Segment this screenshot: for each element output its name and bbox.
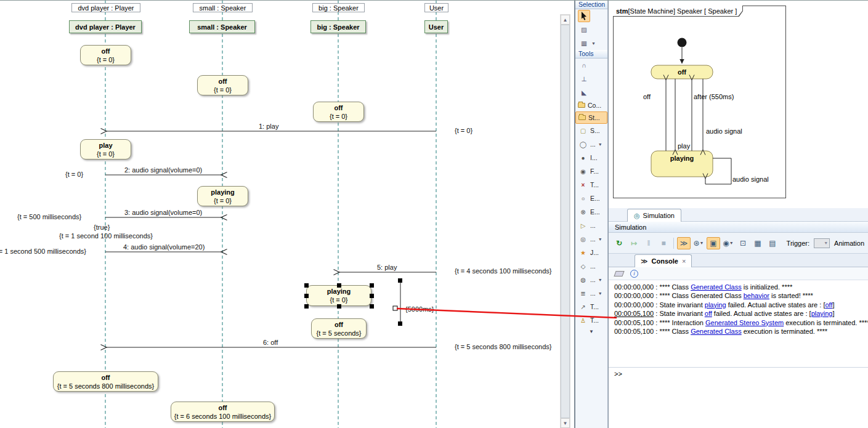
console-link[interactable]: playing	[811, 310, 833, 317]
state-invariant[interactable]: play{t = 0}	[80, 139, 131, 159]
state-invariant[interactable]: off{t = 6 seconds 100 milliseconds}	[171, 402, 275, 422]
selection-cursor-button[interactable]	[578, 10, 590, 22]
palette-section-common[interactable]: Co...	[575, 99, 607, 111]
header-label-user[interactable]: User	[424, 3, 448, 12]
palette-item-initial[interactable]: ●I...	[575, 151, 607, 164]
layout-grid-button[interactable]: ▦	[578, 37, 590, 49]
lifeline-head-dvd-player[interactable]: dvd player : Player	[69, 20, 142, 33]
lock-icon[interactable]: ⊡	[736, 237, 750, 249]
state-invariant[interactable]: off{t = 0}	[313, 102, 364, 122]
palette-item-fork-join[interactable]: ≣...▼	[575, 286, 607, 300]
time-constraint[interactable]: {t = 0}	[65, 171, 83, 178]
console-link[interactable]: Generated Class	[691, 283, 742, 291]
palette-item-transition[interactable]: ↗T...	[575, 300, 607, 313]
duration-constraint-label[interactable]: {5000ms}	[405, 305, 434, 313]
step-icon[interactable]: ↦	[627, 237, 641, 249]
transition-label-audio-signal[interactable]: audio signal	[706, 127, 742, 135]
lifeline-head-big-speaker[interactable]: big : Speaker	[310, 20, 366, 33]
palette-item-choice[interactable]: ◇...	[575, 259, 607, 273]
close-icon[interactable]: ×	[682, 257, 686, 265]
lifeline-head-user[interactable]: User	[424, 20, 448, 33]
message-label[interactable]: 6: off	[263, 339, 278, 346]
state-machine-diagram[interactable]: off playing off after (550ms) audio sign…	[613, 6, 786, 198]
palette-scroll-more-button[interactable]: ▼	[575, 327, 607, 337]
clear-console-icon[interactable]	[614, 271, 624, 277]
message-label[interactable]: 5: play	[377, 264, 397, 271]
selection-handle[interactable]	[370, 294, 374, 298]
message-label[interactable]: 3: audio signal(volume=0)	[124, 209, 202, 216]
time-constraint[interactable]: {t = 1 second 100 milliseconds}	[59, 232, 153, 240]
palette-item-final[interactable]: ◉F...	[575, 164, 607, 178]
selection-handle[interactable]	[370, 304, 374, 309]
transition-label-self-audio-signal[interactable]: audio signal	[732, 176, 769, 183]
time-constraint[interactable]: {t = 500 milliseconds}	[17, 213, 81, 220]
message-lines[interactable]	[105, 131, 436, 347]
console-link[interactable]: off	[825, 301, 832, 309]
trigger-select[interactable]: ▼	[814, 238, 830, 248]
palette-item-pseudostate[interactable]: ◎...▼	[575, 232, 607, 246]
selection-handle[interactable]	[304, 283, 309, 288]
selection-handle[interactable]	[337, 283, 341, 288]
export-icon[interactable]: ▤	[766, 237, 779, 249]
state-invariant[interactable]: off{t = 0}	[197, 75, 248, 95]
console-prompt[interactable]: >>	[609, 367, 868, 379]
scrollbar-thumb[interactable]	[561, 25, 570, 418]
state-invariant-selected[interactable]: playing{t = 0}	[306, 285, 371, 306]
header-label-big-speaker[interactable]: big : Speaker	[312, 3, 365, 12]
selection-handle[interactable]	[304, 304, 309, 309]
breakpoints-icon[interactable]: ▦	[751, 237, 765, 249]
console-toggle-icon[interactable]: ≫	[677, 237, 691, 249]
selection-handle[interactable]	[304, 294, 309, 298]
transition-label-after[interactable]: after (550ms)	[694, 93, 734, 100]
transition-label-off[interactable]: off	[643, 93, 651, 100]
console-link[interactable]: Generated Class	[691, 328, 742, 335]
lifeline-head-small-speaker[interactable]: small : Speaker	[189, 20, 255, 33]
console-link[interactable]: behavior	[744, 292, 769, 299]
palette-item-terminate[interactable]: ×T...	[575, 178, 607, 192]
initial-node[interactable]	[678, 38, 687, 47]
magnet-tool-button[interactable]: ∩	[578, 59, 590, 71]
options-gear-icon[interactable]: ⊛▼	[692, 237, 705, 249]
palette-item-history[interactable]: ◍...▼	[575, 273, 607, 286]
ui-mode-icon[interactable]: ▣	[707, 237, 720, 249]
message-label[interactable]: 4: audio signal(volume=20)	[123, 243, 205, 251]
console-link[interactable]: playing	[705, 301, 726, 309]
sticky-tool-button[interactable]: ▨	[578, 23, 590, 36]
sequence-diagram-canvas[interactable]: dvd player : Player small : Speaker big …	[0, 1, 574, 428]
containment-tool-button[interactable]: ◣	[578, 86, 590, 99]
palette-item-composite-state[interactable]: ◯...▼	[575, 137, 607, 151]
pause-icon[interactable]: ‖	[642, 237, 655, 249]
start-simulation-icon[interactable]: ↻	[612, 237, 626, 249]
canvas-vertical-scrollbar[interactable]: ▲ ▼	[560, 14, 570, 428]
selection-handle[interactable]	[337, 304, 341, 309]
selection-handle[interactable]	[370, 283, 374, 288]
state-invariant[interactable]: off{t = 0}	[80, 45, 131, 65]
true-constraint[interactable]: {true}	[94, 224, 110, 231]
console-log[interactable]: 00:00:00,000 : **** Class Generated Clas…	[609, 280, 868, 367]
tab-simulation[interactable]: ◎ Simulation	[627, 209, 681, 222]
header-label-dvd-player[interactable]: dvd player : Player	[71, 3, 140, 12]
chevron-down-icon[interactable]: ▼	[591, 41, 596, 46]
palette-item-exit-point[interactable]: ⊗E...	[575, 205, 607, 219]
palette-item-junction[interactable]: ★J...	[575, 246, 607, 259]
console-link[interactable]: Generated Stereo System	[705, 319, 784, 326]
header-label-small-speaker[interactable]: small : Speaker	[193, 3, 253, 12]
scroll-down-button[interactable]: ▼	[561, 418, 570, 428]
console-link[interactable]: off	[705, 310, 712, 317]
state-invariant[interactable]: off{t = 5 seconds 800 milliseconds}	[53, 371, 158, 392]
info-icon[interactable]: i	[630, 270, 638, 278]
palette-item-entry-point[interactable]: ○E...	[575, 192, 607, 205]
record-icon[interactable]: ◉▼	[721, 237, 735, 249]
palette-section-state[interactable]: St...	[575, 111, 607, 124]
palette-item-signal[interactable]: ▷...	[575, 219, 607, 232]
message-label[interactable]: 2: audio signal(volume=0)	[124, 166, 202, 174]
tab-console[interactable]: ≫ Console ×	[635, 254, 692, 267]
time-constraint[interactable]: {t = 5 seconds 800 milliseconds}	[455, 343, 551, 350]
time-constraint[interactable]: {t = 1 second 500 milliseconds}	[0, 248, 86, 255]
stop-icon[interactable]: ■	[657, 237, 670, 249]
state-invariant[interactable]: playing{t = 0}	[197, 186, 248, 206]
duration-constraint-bracket[interactable]	[393, 278, 402, 326]
palette-item-state[interactable]: ▢S...	[575, 124, 607, 137]
transition-label-play[interactable]: play	[678, 142, 691, 150]
anchor-tool-button[interactable]: ⊥	[578, 73, 590, 85]
